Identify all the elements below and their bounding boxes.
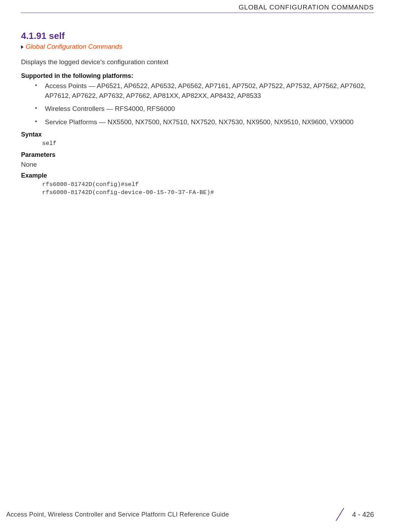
svg-line-0 [336,508,344,521]
intro-text: Displays the logged device's configurati… [21,58,374,66]
list-item: Wireless Controllers — RFS4000, RFS6000 [35,104,374,114]
syntax-heading: Syntax [21,131,374,138]
arrow-right-icon [21,45,24,49]
list-item: Access Points — AP6521, AP6522, AP6532, … [35,81,374,100]
supported-heading: Supported in the following platforms: [21,72,374,80]
page: GLOBAL CONFIGURATION COMMANDS 4.1.91 sel… [0,0,395,532]
footer-title: Access Point, Wireless Controller and Se… [6,511,229,518]
example-code: rfs6000-81742D(config)#self rfs6000-8174… [42,181,374,197]
page-content: 4.1.91 self Global Configuration Command… [21,13,374,197]
page-footer: Access Point, Wireless Controller and Se… [0,507,395,522]
list-item: Service Platforms — NX5500, NX7500, NX75… [35,117,374,127]
page-number: 4 - 426 [352,511,374,519]
example-heading: Example [21,172,374,179]
parameters-heading: Parameters [21,151,374,159]
running-header: GLOBAL CONFIGURATION COMMANDS [21,0,374,13]
section-heading: 4.1.91 self [21,31,374,41]
syntax-code: self [42,140,374,148]
breadcrumb-label: Global Configuration Commands [26,43,122,50]
supported-list: Access Points — AP6521, AP6522, AP6532, … [21,81,374,127]
footer-right: 4 - 426 [334,507,374,522]
breadcrumb[interactable]: Global Configuration Commands [21,43,374,51]
parameters-value: None [21,161,374,168]
slash-icon [334,507,346,522]
